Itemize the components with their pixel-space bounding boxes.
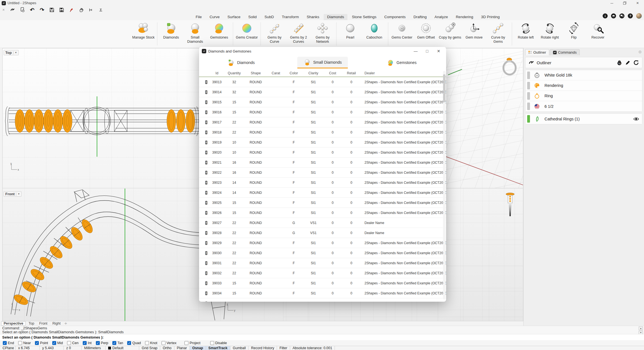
table-row[interactable]: +3903122ROUNDFSI1002Shapes - Diamonds No… — [199, 258, 446, 268]
checkbox-perp[interactable]: ✓ — [96, 341, 100, 345]
ribbon-button-manage-stock[interactable]: Manage Stock — [131, 20, 155, 48]
refresh-icon[interactable] — [633, 59, 639, 66]
dialog-close-button[interactable]: ✕ — [434, 48, 443, 54]
status-toggle-planar[interactable]: Planar — [174, 346, 190, 350]
osnap-near[interactable]: Near — [18, 341, 31, 345]
annotate-pen-icon[interactable] — [68, 7, 74, 13]
eye-icon[interactable] — [633, 116, 639, 122]
ribbon-button-gem-move[interactable]: Gem move — [462, 20, 486, 48]
osnap-int[interactable]: ✓Int — [83, 341, 92, 345]
status-z-0[interactable]: z 0 — [64, 346, 82, 350]
ribbon-button-rotate-left[interactable]: Rotate left — [514, 20, 538, 48]
table-row[interactable]: +3902515ROUNDFSI1002Shapes - Diamonds No… — [199, 198, 446, 208]
table-row[interactable]: +3903022ROUNDFSI1002Shapes - Diamonds No… — [199, 248, 446, 258]
ribbon-button-gem-offset[interactable]: Gem Offset — [414, 20, 438, 48]
table-row[interactable]: +3902922ROUNDFSI1002Shapes - Diamonds No… — [199, 238, 446, 248]
checkbox-point[interactable]: ✓ — [35, 341, 39, 345]
status-toggle-filter[interactable]: Filter — [277, 346, 290, 350]
column-header-clarity[interactable]: Clarity — [303, 71, 324, 75]
table-row[interactable]: +3901822ROUNDFSI1002Shapes - Diamonds No… — [199, 127, 446, 137]
table-row[interactable]: +3903222ROUNDFSI1002Shapes - Diamonds No… — [199, 268, 446, 278]
outliner-item-ring[interactable]: Ring — [525, 91, 642, 101]
viewport-layout-icon[interactable]: ✛ — [65, 322, 67, 325]
checkbox-near[interactable] — [18, 341, 22, 345]
front-viewport-label[interactable]: Front▼ — [4, 191, 22, 197]
column-header-shape[interactable]: Shape — [244, 71, 267, 75]
menu-tab-shanks[interactable]: Shanks — [303, 14, 323, 20]
dialog-tab-small-diamonds[interactable]: Small Diamonds — [297, 57, 348, 68]
viewport-tab-perspective[interactable]: Perspective — [1, 321, 26, 326]
ribbon-button-gemstones[interactable]: Gemstones — [207, 20, 231, 48]
table-row[interactable]: +3902722ROUNDGVS100Dealer Name — [199, 218, 446, 228]
viewport-tab-right[interactable]: Right — [50, 322, 63, 325]
ribbon-button-gems-by-network[interactable]: Gems by Network — [311, 20, 335, 48]
checkbox-int[interactable]: ✓ — [83, 341, 87, 345]
add-icon[interactable]: + — [205, 141, 207, 144]
table-row[interactable]: +3902822ROUNDGVS100Dealer Name — [199, 228, 446, 238]
add-icon[interactable]: + — [205, 120, 207, 124]
menu-tab-solid[interactable]: Solid — [245, 14, 260, 20]
status-toggle-gumball[interactable]: Gumball — [230, 346, 249, 350]
command-popout-icon[interactable]: ▴ — [639, 327, 643, 330]
chat-icon[interactable] — [619, 13, 624, 18]
add-icon[interactable]: + — [205, 211, 207, 215]
table-row[interactable]: +3903415ROUNDFSI1002Shapes - Diamonds No… — [199, 288, 446, 298]
add-icon[interactable]: + — [205, 130, 207, 134]
dialog-maximize-button[interactable]: □ — [422, 48, 432, 54]
table-row[interactable]: +3901515ROUNDFSI1002Shapes - Diamonds No… — [199, 97, 446, 107]
osnap-disable[interactable]: Disable — [210, 341, 227, 345]
save-copy-icon[interactable] — [58, 7, 65, 13]
dialog-titlebar[interactable]: Diamonds and Gemstones — □ ✕ — [199, 47, 446, 55]
status-toggle-smarttrack[interactable]: SmartTrack — [206, 346, 230, 350]
checkbox-vertex[interactable] — [162, 341, 165, 345]
column-header-carat[interactable]: Carat — [267, 71, 285, 75]
checkbox-tan[interactable]: ✓ — [112, 341, 116, 345]
table-row[interactable]: +3901722ROUNDFSI1002Shapes - Diamonds No… — [199, 117, 446, 127]
table-row[interactable]: +3903522ROUNDFSI1002Shapes - Diamonds No… — [199, 298, 446, 302]
table-row[interactable]: +3901615ROUNDFSI1002Shapes - Diamonds No… — [199, 107, 446, 117]
status-toggle-absolute-tolerance-0-001[interactable]: Absolute tolerance: 0.001 — [290, 346, 335, 350]
table-row[interactable]: +3901910ROUNDFSI1002Shapes - Diamonds No… — [199, 137, 446, 147]
save-icon[interactable] — [49, 7, 55, 13]
menu-tab-drafting[interactable]: Drafting — [410, 14, 430, 20]
table-row[interactable]: +3902116ROUNDFSI1002Shapes - Diamonds No… — [199, 158, 446, 168]
weight-kg-icon[interactable]: Kg — [616, 59, 622, 66]
menu-tab-file[interactable]: File — [192, 14, 205, 20]
add-icon[interactable]: + — [205, 271, 207, 275]
add-icon[interactable]: + — [205, 301, 207, 302]
menu-tab-components[interactable]: Components — [381, 14, 409, 20]
status-y-5-443[interactable]: y 5.443 — [40, 346, 64, 350]
chevron-down-icon[interactable]: ▼ — [15, 51, 17, 54]
column-header-color[interactable]: Color — [285, 71, 303, 75]
add-icon[interactable]: + — [205, 90, 207, 94]
status-toggle-ortho[interactable]: Ortho — [160, 346, 174, 350]
outliner-item-white-gold-18k[interactable]: 18KWhite Gold 18k — [525, 70, 642, 80]
gear-icon[interactable]: ⚙ — [638, 50, 642, 54]
status-toggle-record-history[interactable]: Record History — [248, 346, 277, 350]
info-icon[interactable]: i — [603, 13, 608, 18]
learn-icon[interactable] — [611, 13, 616, 18]
ribbon-button-gems-by-2-curves[interactable]: Gems by 2 Curves — [287, 20, 311, 48]
menu-tab-curve[interactable]: Curve — [206, 14, 223, 20]
add-icon[interactable]: + — [205, 181, 207, 185]
checkbox-knot[interactable] — [145, 341, 149, 345]
column-header-retail[interactable]: Retail — [342, 71, 361, 75]
ribbon-button-cabochon[interactable]: Cabochon — [362, 20, 386, 48]
ribbon-button-flip[interactable]: Flip — [562, 20, 586, 48]
osnap-project[interactable]: Project — [184, 341, 200, 345]
checkbox-disable[interactable] — [210, 341, 214, 345]
outliner-item-6-1-2[interactable]: 6 1/2 — [525, 101, 642, 111]
chevron-down-icon[interactable]: ▼ — [18, 193, 20, 195]
outliner-item-rendering[interactable]: Rendering — [525, 80, 642, 91]
ribbon-button-small-diamonds[interactable]: Small Diamonds — [183, 20, 207, 48]
checkbox-project[interactable] — [184, 341, 188, 345]
menu-tab-stone-settings[interactable]: Stone Settings — [349, 14, 380, 20]
ribbon-button-diamonds[interactable]: Diamonds — [159, 20, 183, 48]
checkbox-quad[interactable]: ✓ — [127, 341, 131, 345]
ribbon-button-copy-by-gems[interactable]: Copy by gems — [438, 20, 462, 48]
clamp-bottom-icon[interactable] — [98, 7, 104, 13]
menu-tab-subd[interactable]: SubD — [261, 14, 277, 20]
dialog-tab-gemstones[interactable]: Gemstones — [381, 57, 423, 68]
undo-icon[interactable]: ↶ — [29, 7, 35, 13]
table-row[interactable]: +3902615ROUNDFSI1002Shapes - Diamonds No… — [199, 208, 446, 218]
